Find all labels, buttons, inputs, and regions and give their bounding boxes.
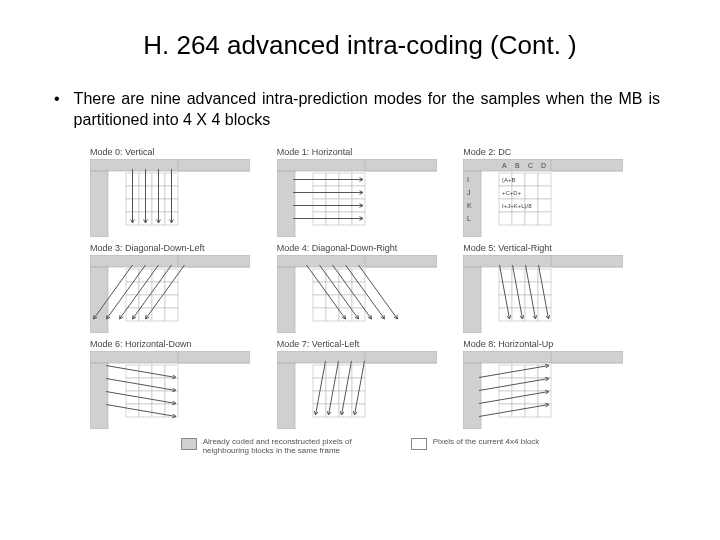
svg-rect-32 <box>277 171 295 237</box>
svg-text:I: I <box>467 176 469 183</box>
mode-diagram <box>90 255 250 333</box>
svg-rect-240 <box>365 351 437 363</box>
bullet-dot-icon: • <box>54 89 60 110</box>
svg-rect-1 <box>90 171 108 237</box>
svg-rect-75 <box>538 199 551 212</box>
svg-rect-78 <box>525 212 538 225</box>
svg-text:A: A <box>502 162 507 169</box>
bullet-text: There are nine advanced intra-prediction… <box>74 89 660 131</box>
svg-rect-178 <box>551 255 623 267</box>
svg-rect-236 <box>313 404 326 417</box>
mode-label: Mode 5: Vertical-Right <box>463 243 630 253</box>
mode-1: Mode 1: Horizontal <box>277 147 444 237</box>
modes-figure: Mode 0: VerticalMode 1: HorizontalMode 2… <box>90 147 630 455</box>
svg-rect-167 <box>512 282 525 295</box>
svg-rect-109 <box>165 308 178 321</box>
svg-rect-228 <box>313 378 326 391</box>
svg-rect-175 <box>512 308 525 321</box>
mode-3: Mode 3: Diagonal-Down-Left <box>90 243 257 333</box>
svg-text:+C+D+: +C+D+ <box>502 190 522 196</box>
mode-8: Mode 8: Horizontal-Up <box>463 339 630 429</box>
svg-rect-205 <box>126 404 139 417</box>
legend-coded-label: Already coded and reconstructed pixels o… <box>203 437 381 455</box>
svg-rect-76 <box>499 212 512 225</box>
mode-6: Mode 6: Horizontal-Down <box>90 339 257 429</box>
svg-rect-142 <box>339 308 352 321</box>
svg-rect-230 <box>339 378 352 391</box>
svg-rect-199 <box>152 378 165 391</box>
mode-diagram <box>90 159 250 237</box>
svg-rect-18 <box>178 159 250 171</box>
mode-diagram: ABCDIJKL(A+B+C+D+I+J+K+L)/8 <box>463 159 623 237</box>
legend-swatch-white <box>411 438 427 450</box>
svg-rect-207 <box>152 404 165 417</box>
svg-rect-70 <box>525 186 538 199</box>
svg-rect-203 <box>152 391 165 404</box>
svg-text:C: C <box>528 162 533 169</box>
svg-rect-166 <box>499 282 512 295</box>
mode-diagram <box>277 159 437 237</box>
svg-rect-238 <box>339 404 352 417</box>
mode-label: Mode 2: DC <box>463 147 630 157</box>
mode-label: Mode 8: Horizontal-Up <box>463 339 630 349</box>
svg-text:(A+B: (A+B <box>502 177 516 183</box>
svg-rect-192 <box>90 363 108 429</box>
svg-rect-197 <box>126 378 139 391</box>
svg-rect-140 <box>313 308 326 321</box>
svg-text:D: D <box>541 162 546 169</box>
svg-rect-127 <box>277 267 295 333</box>
svg-rect-257 <box>525 365 538 378</box>
mode-label: Mode 4: Diagonal-Down-Right <box>277 243 444 253</box>
mode-diagram <box>90 351 250 429</box>
svg-rect-106 <box>126 308 139 321</box>
svg-rect-229 <box>326 378 339 391</box>
mode-diagram <box>463 351 623 429</box>
mode-2: Mode 2: DCABCDIJKL(A+B+C+D+I+J+K+L)/8 <box>463 147 630 237</box>
svg-line-150 <box>358 315 359 319</box>
legend-coded: Already coded and reconstructed pixels o… <box>181 437 381 455</box>
mode-label: Mode 0: Vertical <box>90 147 257 157</box>
svg-rect-67 <box>538 173 551 186</box>
mode-diagram <box>277 351 437 429</box>
svg-rect-108 <box>152 308 165 321</box>
svg-text:J: J <box>467 189 471 196</box>
mode-4: Mode 4: Diagonal-Down-Right <box>277 243 444 333</box>
mode-label: Mode 3: Diagonal-Down-Left <box>90 243 257 253</box>
svg-rect-49 <box>365 159 437 171</box>
legend-current-label: Pixels of the current 4x4 block <box>433 437 540 446</box>
svg-rect-177 <box>538 308 551 321</box>
mode-diagram <box>463 255 623 333</box>
svg-rect-174 <box>499 308 512 321</box>
svg-rect-66 <box>525 173 538 186</box>
legend-current: Pixels of the current 4x4 block <box>411 437 540 455</box>
svg-rect-231 <box>352 378 365 391</box>
mode-5: Mode 5: Vertical-Right <box>463 243 630 333</box>
svg-rect-143 <box>352 308 365 321</box>
svg-rect-136 <box>313 295 326 308</box>
svg-text:K: K <box>467 202 472 209</box>
legend: Already coded and reconstructed pixels o… <box>90 437 630 455</box>
svg-rect-141 <box>326 308 339 321</box>
svg-rect-271 <box>551 351 623 363</box>
svg-rect-263 <box>499 391 512 404</box>
svg-rect-161 <box>463 267 481 333</box>
svg-rect-261 <box>525 378 538 391</box>
svg-line-153 <box>371 315 372 319</box>
svg-rect-144 <box>365 255 437 267</box>
svg-rect-269 <box>525 404 538 417</box>
svg-rect-176 <box>525 308 538 321</box>
svg-rect-267 <box>499 404 512 417</box>
svg-rect-193 <box>126 365 139 378</box>
mode-0: Mode 0: Vertical <box>90 147 257 237</box>
slide-title: H. 264 advanced intra-coding (Cont. ) <box>50 30 670 61</box>
svg-rect-237 <box>326 404 339 417</box>
svg-rect-255 <box>499 365 512 378</box>
svg-text:L: L <box>467 215 471 222</box>
svg-rect-110 <box>178 255 250 267</box>
svg-rect-168 <box>525 282 538 295</box>
svg-text:I+J+K+L)/8: I+J+K+L)/8 <box>502 203 532 209</box>
svg-rect-107 <box>139 308 152 321</box>
svg-rect-71 <box>538 186 551 199</box>
svg-line-156 <box>384 315 385 319</box>
svg-rect-80 <box>551 159 623 171</box>
